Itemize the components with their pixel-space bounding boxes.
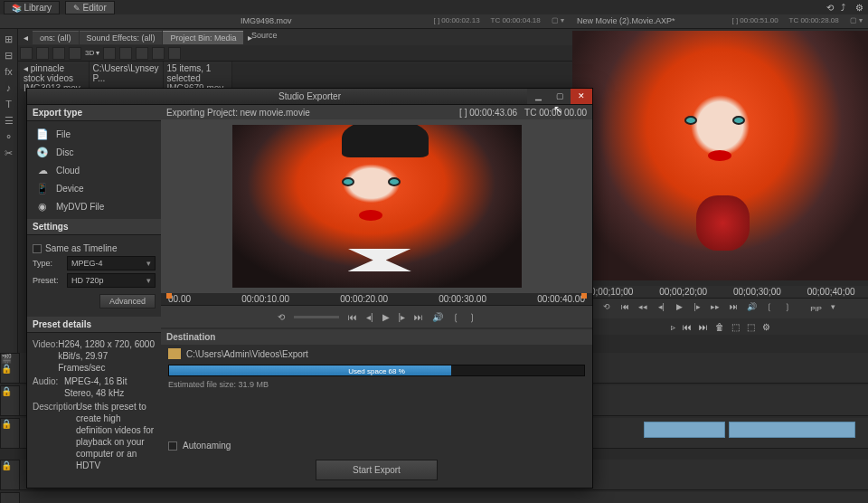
library-button[interactable]: 📚 Library [4, 1, 60, 14]
export-type-disc[interactable]: 💿Disc [27, 143, 161, 161]
export-pos: [ ] 00:00:43.06 [459, 108, 517, 118]
tool-3d[interactable]: 3D ▾ [85, 49, 99, 57]
folder-icon[interactable] [168, 348, 181, 359]
preview-ruler[interactable]: 00.0000:00:10.0000:00:20.0000:00:30.0000… [161, 293, 592, 306]
source-dropdown-icon[interactable]: ▢ ▾ [546, 14, 570, 28]
same-as-timeline-checkbox[interactable] [33, 244, 42, 253]
type-select[interactable]: MPEG-4 [67, 256, 156, 270]
rewind-icon[interactable]: ⏮ [618, 302, 631, 315]
mark-out-icon[interactable]: ❳ [781, 302, 794, 315]
export-type-device[interactable]: 📱Device [27, 179, 161, 197]
source-tab[interactable]: IMG9498.mov [233, 14, 299, 28]
editor-button[interactable]: ✎ Editor [65, 1, 115, 14]
tool-icon[interactable] [52, 47, 65, 60]
browser-path[interactable]: C:\Users\Lynsey P... [90, 62, 164, 89]
tool-icon[interactable] [136, 47, 148, 60]
volume-icon[interactable]: 🔊 [432, 312, 443, 322]
clip[interactable] [729, 422, 855, 438]
track-header[interactable]: 🔒 [0, 418, 20, 449]
track-header[interactable]: 🔒 [0, 385, 20, 416]
advanced-button[interactable]: Advanced [99, 294, 156, 308]
tool-icon[interactable] [36, 47, 49, 60]
loop-icon[interactable]: ⟲ [600, 302, 613, 315]
sidebar-razor-icon[interactable]: ✂ [3, 147, 15, 159]
next-frame-icon[interactable]: |▸ [399, 312, 406, 322]
in-marker-icon[interactable] [166, 293, 172, 299]
track-header[interactable]: 🎬🔒 [0, 353, 20, 384]
mark-in-icon[interactable]: ❲ [452, 312, 459, 322]
pip-dropdown-icon[interactable]: ▾ [827, 302, 840, 315]
edit-icon[interactable]: ▹ [671, 322, 675, 332]
export-type-file[interactable]: 📄File [27, 125, 161, 143]
scrub-slider[interactable] [294, 316, 339, 318]
rewind-icon[interactable]: ⏮ [348, 312, 357, 322]
trash-icon[interactable]: 🗑 [715, 322, 724, 332]
tool-icon[interactable] [168, 47, 181, 60]
preset-select[interactable]: HD 720p [67, 273, 156, 288]
import-icon[interactable]: ⟲ [826, 3, 835, 12]
filter-tab-transitions[interactable]: ons: (all) [33, 31, 79, 44]
sidebar-icon[interactable]: ⚬ [3, 130, 15, 143]
track-header[interactable] [0, 492, 20, 503]
close-button[interactable]: ✕ [571, 89, 592, 104]
sidebar-icon[interactable]: ⊟ [3, 49, 15, 62]
tool-icon[interactable] [20, 47, 33, 60]
sidebar-audio-icon[interactable]: ♪ [3, 81, 15, 94]
preview-frame [232, 125, 522, 288]
step-back-icon[interactable]: ◂◂ [637, 302, 649, 315]
same-as-timeline-label: Same as Timeline [45, 243, 117, 253]
step-fwd-icon[interactable]: ▸▸ [709, 302, 722, 315]
loop-icon[interactable]: ⟲ [278, 312, 285, 322]
export-type-cloud[interactable]: ☁Cloud [27, 161, 161, 179]
settings-icon[interactable]: ⚙ [855, 3, 864, 12]
edit-icon[interactable]: ⬚ [747, 322, 755, 332]
filter-prev-icon[interactable]: ◂ [20, 33, 32, 43]
sidebar-fx-icon[interactable]: fx [3, 65, 15, 78]
filter-tab-soundfx[interactable]: Sound Effects: (all) [80, 31, 163, 44]
clip[interactable] [644, 422, 725, 438]
preset-label: Preset: [33, 276, 63, 285]
tool-icon[interactable] [119, 47, 132, 60]
start-export-button[interactable]: Start Export [316, 460, 438, 480]
volume-icon[interactable]: 🔊 [745, 302, 758, 315]
edit-icon[interactable]: ⏭ [699, 322, 708, 332]
tool-icon[interactable] [103, 47, 116, 60]
mark-out-icon[interactable]: ❳ [468, 312, 476, 322]
sidebar-icon[interactable]: ☰ [3, 114, 15, 127]
track-header[interactable]: 🔒 [0, 460, 20, 490]
exporter-left-panel: Export type 📄File 💿Disc ☁Cloud 📱Device ◉… [27, 105, 161, 488]
out-marker-icon[interactable] [581, 293, 587, 299]
mark-in-icon[interactable]: ❲ [763, 302, 776, 315]
export-type-mydvd[interactable]: ◉MyDVD File [27, 197, 161, 215]
video-track[interactable] [20, 492, 868, 503]
timeline-tab[interactable]: New Movie (2).Movie.AXP* [570, 14, 683, 28]
source-pos: [ ] 00:00:02.13 [428, 14, 485, 28]
end-icon[interactable]: ⏭ [727, 302, 740, 315]
minimize-button[interactable]: ▁ [527, 89, 549, 104]
end-icon[interactable]: ⏭ [414, 312, 423, 322]
prev-frame-icon[interactable]: ◂| [366, 312, 373, 322]
autonaming-checkbox[interactable] [168, 441, 177, 451]
source-tc: TC 00:00:04.18 [486, 14, 546, 28]
play-icon[interactable]: ▶ [673, 302, 685, 315]
next-frame-icon[interactable]: |▸ [691, 302, 703, 315]
filter-tab-projectbin[interactable]: Project Bin: Media [163, 31, 243, 44]
timeline-ruler[interactable]: 00;00;10;0000;00;20;0000;00;30;0000;00;4… [572, 286, 868, 299]
sidebar-title-icon[interactable]: T [3, 98, 15, 110]
edit-icon[interactable]: ⏮ [683, 322, 692, 332]
tool-icon[interactable] [69, 47, 81, 60]
play-icon[interactable]: ▶ [382, 312, 390, 322]
gear-icon[interactable]: ⚙ [762, 322, 770, 332]
export-icon[interactable]: ⤴ [841, 3, 850, 12]
sidebar-icon[interactable]: ⊞ [3, 33, 15, 45]
timeline-dropdown-icon[interactable]: ▢ ▾ [844, 14, 868, 28]
pip-label[interactable]: PiP [810, 305, 821, 313]
desc-detail: Use this preset to create high definitio… [76, 401, 156, 471]
prev-frame-icon[interactable]: ◂| [655, 302, 667, 315]
preview-image [572, 31, 868, 280]
edit-icon[interactable]: ⬚ [731, 322, 740, 332]
maximize-button[interactable]: ▢ [549, 89, 571, 104]
browser-nav[interactable]: ◂ pinnacle stock videosIMG3913.mov [20, 62, 90, 89]
tool-icon[interactable] [152, 47, 165, 60]
dialog-titlebar[interactable]: Studio Exporter ▁ ▢ ✕ [27, 89, 592, 105]
